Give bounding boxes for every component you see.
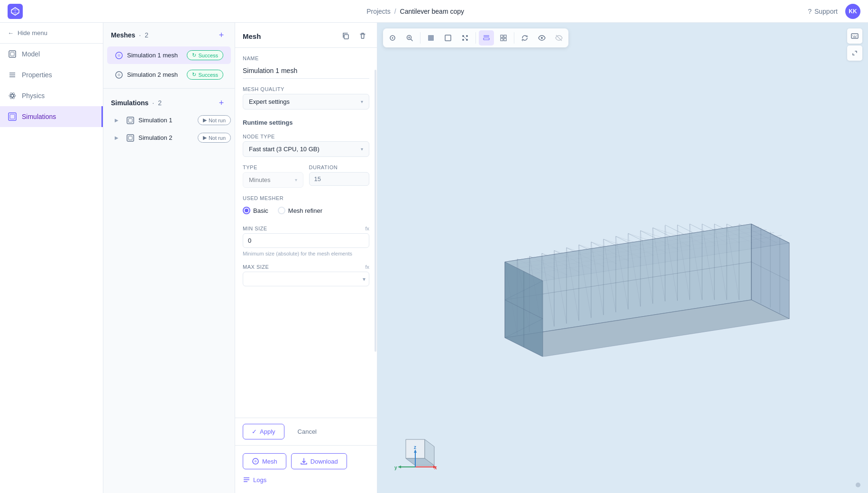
- mesh-status-1: ↻ Success: [187, 50, 223, 60]
- svg-rect-19: [344, 35, 348, 39]
- hide-menu-button[interactable]: ← Hide menu: [0, 23, 103, 44]
- app-logo: [8, 4, 23, 19]
- sidebar-item-simulations[interactable]: Simulations: [0, 106, 103, 127]
- max-size-input[interactable]: [243, 272, 369, 286]
- svg-rect-46: [851, 34, 858, 38]
- vp-zoom-button[interactable]: [402, 30, 417, 46]
- min-size-helper-text: Minimum size (absolute) for the mesh ele…: [243, 251, 369, 256]
- support-label: Support: [814, 8, 838, 15]
- node-type-field-group: Node type Fast start (3 CPU, 10 GB) ▾: [243, 134, 369, 157]
- sim-2-expand-icon[interactable]: ▶: [115, 135, 122, 140]
- simulation-item-1[interactable]: ▶ Simulation 1 ▶ Not run: [103, 111, 235, 129]
- type-field-group: Type Minutes ▾: [243, 164, 303, 188]
- breadcrumb-projects[interactable]: Projects: [366, 8, 391, 15]
- vp-expand-button[interactable]: [847, 46, 862, 61]
- sidebar-item-properties[interactable]: Properties: [0, 64, 103, 85]
- vp-rotate-button[interactable]: [517, 30, 532, 46]
- svg-rect-9: [9, 113, 16, 120]
- vp-eye-off-button[interactable]: [551, 30, 566, 46]
- node-type-label: Node type: [243, 134, 369, 139]
- type-select[interactable]: Minutes ▾: [243, 172, 303, 188]
- simulation-item-2[interactable]: ▶ Simulation 2 ▶ Not run: [103, 129, 235, 146]
- vp-cube-edge-button[interactable]: [440, 30, 456, 46]
- name-field-value[interactable]: Simulation 1 mesh: [243, 63, 369, 79]
- mesh-quality-select[interactable]: Expert settings ▾: [243, 94, 369, 110]
- mesh-item-1[interactable]: Simulation 1 mesh ↻ Success: [107, 46, 231, 64]
- add-mesh-button[interactable]: +: [216, 29, 227, 41]
- sim-1-left: ▶ Simulation 1: [115, 116, 173, 125]
- meshes-title: Meshes · 2: [111, 31, 148, 39]
- user-avatar[interactable]: KK: [845, 4, 860, 19]
- sim-2-left: ▶ Simulation 2: [115, 134, 173, 142]
- svg-point-6: [9, 94, 16, 97]
- svg-rect-15: [127, 117, 134, 124]
- vp-cube-solid-button[interactable]: [423, 30, 439, 46]
- sim-1-icon: [126, 116, 135, 125]
- radio-basic[interactable]: Basic: [243, 207, 268, 214]
- vp-keyboard-button[interactable]: [847, 28, 862, 44]
- vp-eye-button[interactable]: [534, 30, 549, 46]
- sidebar-properties-label: Properties: [22, 71, 52, 79]
- bottom-actions: Mesh Download Logs: [235, 445, 377, 493]
- simulations-title: Simulations · 2: [111, 99, 162, 107]
- mesh-download-row: Mesh Download: [243, 453, 369, 469]
- max-size-field-group: Max size fx ▾: [243, 264, 369, 286]
- success-icon-1: ↻: [192, 52, 196, 58]
- mesh-name-2: Simulation 2 mesh: [127, 71, 178, 78]
- radio-refiner-circle: [278, 207, 285, 214]
- sidebar-item-model[interactable]: Model: [0, 44, 103, 64]
- radio-refiner[interactable]: Mesh refiner: [278, 207, 322, 214]
- viewport: x y z: [377, 23, 868, 493]
- mesh-list-panel: Meshes · 2 + Simulation 1 mesh ↻ Success: [103, 23, 235, 493]
- vp-node-button[interactable]: [457, 30, 473, 46]
- node-type-select[interactable]: Fast start (3 CPU, 10 GB) ▾: [243, 141, 369, 157]
- max-size-fx-icon[interactable]: fx: [365, 264, 369, 270]
- svg-point-12: [118, 54, 120, 57]
- svg-rect-43: [504, 38, 506, 41]
- max-size-dropdown-icon[interactable]: ▾: [363, 276, 365, 283]
- svg-text:y: y: [394, 465, 397, 470]
- min-size-input[interactable]: 0: [243, 233, 369, 248]
- mesh-3d-visualization: [481, 158, 813, 358]
- svg-point-14: [118, 73, 120, 76]
- mesh-item-2[interactable]: Simulation 2 mesh ↻ Success: [107, 66, 231, 83]
- mesh-icon-2: [115, 71, 123, 79]
- used-mesher-label: Used mesher: [243, 195, 369, 201]
- type-arrow-icon: ▾: [295, 177, 297, 183]
- sim-2-icon: [126, 134, 135, 142]
- viewport-toolbar: [383, 28, 568, 47]
- duration-input[interactable]: 15: [309, 172, 370, 186]
- simulations-icon: [8, 112, 17, 121]
- mesh-button[interactable]: Mesh: [243, 453, 286, 469]
- apply-check-icon: ✓: [252, 428, 257, 435]
- radio-refiner-label: Mesh refiner: [288, 207, 322, 214]
- vp-focus-button[interactable]: [385, 30, 400, 46]
- breadcrumb: Projects / Cantilever beam copy: [366, 8, 464, 15]
- node-type-arrow-icon: ▾: [361, 146, 363, 152]
- logs-button[interactable]: Logs: [243, 474, 369, 485]
- min-size-fx-icon[interactable]: fx: [365, 226, 369, 231]
- mesh-quality-label: Mesh quality: [243, 86, 369, 92]
- copy-button[interactable]: [339, 29, 352, 43]
- download-btn-label: Download: [311, 458, 338, 465]
- sim-1-expand-icon[interactable]: ▶: [115, 118, 122, 123]
- min-size-field-group: Min size fx 0 Minimum size (absolute) fo…: [243, 226, 369, 256]
- add-simulation-button[interactable]: +: [216, 97, 227, 109]
- runtime-settings-subtitle: Runtime settings: [243, 119, 369, 126]
- svg-point-21: [255, 460, 257, 463]
- play-icon-1: ▶: [203, 117, 207, 123]
- svg-rect-38: [484, 35, 489, 37]
- svg-point-44: [541, 37, 543, 39]
- success-icon-2: ↻: [192, 72, 196, 78]
- settings-panel-title: Mesh: [243, 32, 261, 40]
- svg-rect-17: [127, 135, 134, 141]
- delete-button[interactable]: [356, 29, 369, 43]
- vp-layer-button[interactable]: [479, 30, 494, 46]
- sidebar-item-physics[interactable]: Physics: [0, 85, 103, 106]
- support-button[interactable]: ? Support: [808, 8, 838, 15]
- download-button[interactable]: Download: [291, 453, 347, 469]
- vp-grid-button[interactable]: [496, 30, 511, 46]
- svg-rect-41: [504, 35, 506, 37]
- apply-button[interactable]: ✓ Apply: [243, 424, 284, 439]
- cancel-button[interactable]: Cancel: [289, 424, 325, 439]
